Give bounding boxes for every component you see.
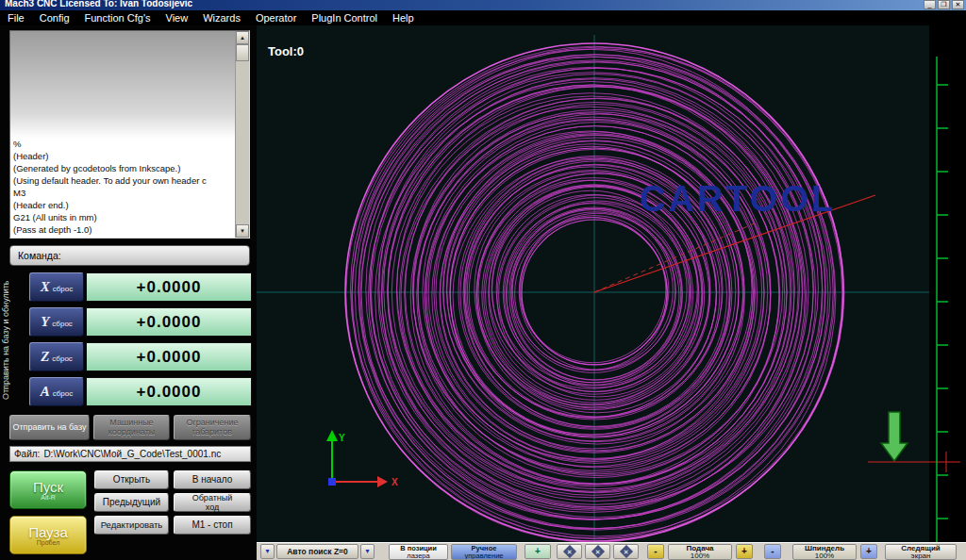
- edit-gcode-button[interactable]: Редактировать: [94, 516, 169, 535]
- feed-hold-button[interactable]: Пауза Пробел: [9, 516, 87, 554]
- m1-stop-button[interactable]: M1 - стоп: [174, 516, 251, 535]
- reset-label: сброс: [52, 354, 72, 363]
- next-screen-button[interactable]: Следящий экран: [885, 544, 957, 560]
- command-label: Команда:: [10, 250, 61, 261]
- reverse-run-label: Обратный ход: [188, 493, 237, 512]
- menu-help[interactable]: Help: [385, 10, 422, 25]
- menu-bar: File Config Function Cfg's View Wizards …: [0, 10, 966, 25]
- watermark-text: CARTOOL: [640, 179, 836, 219]
- down-arrow-icon[interactable]: ▼: [360, 544, 375, 559]
- rewind-button[interactable]: В начало: [174, 470, 251, 489]
- previous-line-button[interactable]: Предыдущий: [94, 493, 169, 512]
- manual-control-button[interactable]: Ручное управление: [451, 544, 517, 560]
- x-axis-label: X: [391, 477, 398, 487]
- gcode-line: (Header): [13, 150, 233, 162]
- menu-file[interactable]: File: [0, 10, 32, 25]
- feed-value: 100%: [691, 552, 709, 560]
- dro-row-y: Y сброс +0.0000: [29, 307, 252, 337]
- spindle-override-display: Шпиндель 100%: [792, 544, 857, 560]
- title-bar: Mach3 CNC Licensed To: Ivan Todosijevic …: [0, 0, 966, 10]
- open-file-button[interactable]: Открыть: [94, 470, 169, 489]
- diamond-button-3[interactable]: ✕: [613, 544, 639, 559]
- auto-zero-z-button[interactable]: Авто поиск Z=0: [276, 544, 358, 559]
- mach3-window: Mach3 CNC Licensed To: Ivan Todosijevic …: [0, 0, 966, 560]
- go-home-button[interactable]: Отправить на базу: [9, 415, 90, 440]
- file-path: D:\Work\CNC\Мой_G_Code\Test_0001.nc: [43, 449, 221, 459]
- toolpath-svg: CARTOOL Tool:0 Y X: [257, 25, 966, 542]
- scrollbar-thumb[interactable]: [236, 44, 249, 61]
- window-controls: _ ❐ ✕: [924, 0, 964, 9]
- y-zero-button[interactable]: Y сброс: [29, 307, 84, 337]
- gcode-line: (Pass at depth -1.0): [13, 223, 233, 236]
- reset-label: сброс: [53, 389, 73, 398]
- scroll-up-icon[interactable]: ▲: [236, 31, 249, 44]
- green-plus-button[interactable]: +: [525, 544, 551, 559]
- reset-label: сброс: [53, 285, 73, 293]
- down-arrow-icon[interactable]: ▼: [260, 544, 275, 559]
- feed-hold-label: Пауза: [28, 524, 68, 540]
- dro-sidebar-label: Отправить на базу и обнулить: [1, 272, 13, 409]
- cycle-start-button[interactable]: Пуск Alt-R: [9, 470, 87, 509]
- menu-wizards[interactable]: Wizards: [195, 10, 248, 25]
- gcode-scrollbar[interactable]: ▲ ▼: [235, 31, 249, 238]
- menu-plugin-control[interactable]: PlugIn Control: [304, 10, 385, 25]
- cycle-start-hint: Alt-R: [41, 494, 56, 501]
- diamond-button-1[interactable]: ✕: [557, 544, 582, 559]
- gcode-line: (Header end.): [13, 199, 233, 211]
- a-dro-value: +0.0000: [86, 377, 252, 406]
- gcode-listing[interactable]: % (Header) (Generated by gcodetools from…: [9, 30, 250, 239]
- command-input[interactable]: Команда:: [9, 245, 250, 266]
- spindle-increase-button[interactable]: +: [860, 544, 877, 559]
- x-dro-value: +0.0000: [86, 272, 252, 302]
- file-label: Файл:: [14, 449, 40, 459]
- reset-label: сброс: [52, 320, 72, 328]
- gcode-lines: % (Header) (Generated by gcodetools from…: [13, 138, 233, 236]
- reverse-run-button[interactable]: Обратный ход: [174, 493, 251, 512]
- z-zero-button[interactable]: Z сброс: [29, 342, 84, 371]
- rewind-label: В начало: [192, 475, 233, 485]
- window-title: Mach3 CNC Licensed To: Ivan Todosijevic: [5, 0, 966, 8]
- minimize-button[interactable]: _: [924, 0, 936, 9]
- edit-gcode-label: Редактировать: [101, 520, 163, 530]
- dro-row-x: X сброс +0.0000: [29, 272, 252, 302]
- gcode-line: %: [13, 138, 233, 150]
- bottom-toolbar: ▼ Авто поиск Z=0 ▼ В позиции лазера Ручн…: [257, 542, 966, 560]
- close-button[interactable]: ✕: [952, 0, 964, 9]
- go-home-label: Отправить на базу: [13, 423, 87, 433]
- axis-letter: Y: [41, 314, 49, 330]
- menu-view[interactable]: View: [158, 10, 196, 25]
- axis-letter: X: [41, 279, 50, 295]
- menu-function-cfgs[interactable]: Function Cfg's: [77, 10, 158, 25]
- laser-position-line2: лазера: [407, 552, 429, 560]
- gcode-line: G21 (All units in mm): [13, 211, 233, 223]
- maximize-button[interactable]: ❐: [938, 0, 950, 9]
- a-zero-button[interactable]: A сброс: [29, 377, 84, 406]
- laser-position-button[interactable]: В позиции лазера: [389, 544, 448, 560]
- spindle-value: 100%: [815, 552, 834, 560]
- cycle-start-label: Пуск: [33, 479, 63, 495]
- diamond-x-icon: ✕: [591, 545, 604, 558]
- origin-marker: [328, 478, 336, 486]
- dro-row-a: A сброс +0.0000: [29, 377, 252, 406]
- feed-decrease-button[interactable]: -: [647, 544, 664, 559]
- soft-limits-label: Ограничение габаритов: [175, 419, 249, 436]
- feed-override-display: Подача 100%: [668, 544, 732, 560]
- axis-letter: Z: [41, 349, 49, 365]
- soft-limits-button[interactable]: Ограничение габаритов: [174, 415, 251, 440]
- menu-config[interactable]: Config: [32, 10, 77, 25]
- toolpath-display[interactable]: CARTOOL Tool:0 Y X: [257, 25, 966, 542]
- machine-coords-button[interactable]: Машинные координаты: [93, 415, 170, 440]
- manual-control-line2: управление: [464, 552, 503, 560]
- diamond-button-2[interactable]: ✕: [585, 544, 610, 559]
- diamond-x-icon: ✕: [619, 545, 632, 558]
- machine-coords-label: Машинные координаты: [95, 419, 168, 436]
- ruler-strip: [929, 25, 966, 542]
- x-zero-button[interactable]: X сброс: [29, 272, 84, 302]
- feed-increase-button[interactable]: +: [736, 544, 753, 559]
- spindle-decrease-button[interactable]: -: [764, 544, 781, 559]
- dro-row-z: Z сброс +0.0000: [29, 342, 252, 371]
- scroll-down-icon[interactable]: ▼: [236, 224, 249, 238]
- loaded-file-field: Файл: D:\Work\CNC\Мой_G_Code\Test_0001.n…: [9, 446, 251, 462]
- next-screen-line2: экран: [911, 552, 931, 560]
- menu-operator[interactable]: Operator: [248, 10, 304, 25]
